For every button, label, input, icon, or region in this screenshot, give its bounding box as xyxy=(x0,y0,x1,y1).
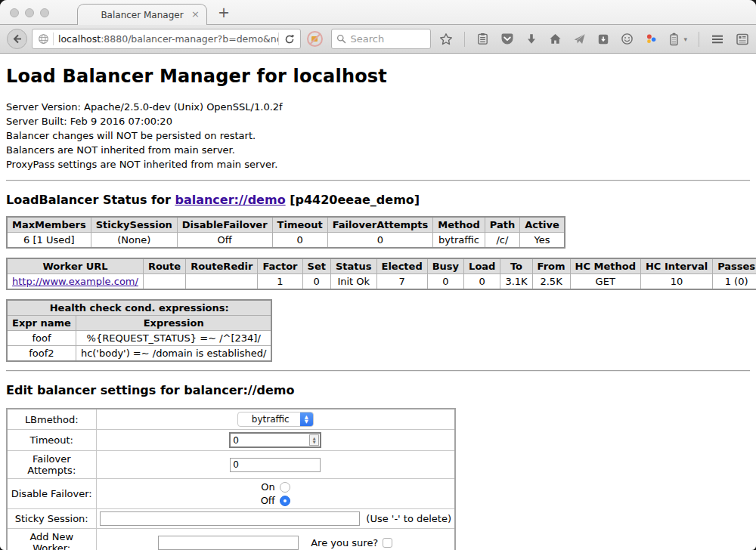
cell-elected: 7 xyxy=(376,274,427,290)
cell-to: 3.1K xyxy=(500,274,532,290)
browser-window: Balancer Manager × + localhost:8880/bala… xyxy=(0,0,756,550)
url-domain: localhost xyxy=(58,33,101,45)
are-you-sure-label: Are you sure? xyxy=(311,537,378,548)
battery-dropdown-caret-icon[interactable]: ▾ xyxy=(683,36,687,43)
col-status: Status xyxy=(330,258,376,274)
col-path: Path xyxy=(485,217,519,233)
hamburger-menu-icon[interactable] xyxy=(711,32,724,46)
cell-stickysession: (None) xyxy=(91,233,177,249)
cell-maxmembers: 6 [1 Used] xyxy=(7,233,91,249)
downloads-icon[interactable] xyxy=(525,33,538,45)
col-factor: Factor xyxy=(258,258,302,274)
server-built-line: Server Built: Feb 9 2016 07:00:20 xyxy=(6,114,750,128)
disable-failover-row: Disable Failover: On Off xyxy=(7,479,455,509)
col-active: Active xyxy=(520,217,565,233)
col-timeout: Timeout xyxy=(272,217,327,233)
colored-dots-extension-icon[interactable] xyxy=(645,32,658,45)
health-title-row: Health check cond. expressions: xyxy=(7,300,271,316)
toolbar-icons: ▾ xyxy=(439,32,749,47)
tab-close-icon[interactable]: × xyxy=(191,9,200,20)
failover-attempts-row: Failover Attempts: xyxy=(7,451,455,479)
page-title: Load Balancer Manager for localhost xyxy=(6,66,750,87)
are-you-sure-checkbox[interactable] xyxy=(383,538,392,548)
balancer-status-table: MaxMembers StickySession DisableFailover… xyxy=(6,216,565,249)
edit-balancer-heading: Edit balancer settings for balancer://de… xyxy=(6,383,750,397)
cell-busy: 0 xyxy=(427,274,463,290)
worker-header-row: Worker URL Route RouteRedir Factor Set S… xyxy=(7,258,756,274)
bookmarks-sidebar-icon[interactable] xyxy=(476,32,489,45)
health-row-foof: foof %{REQUEST_STATUS} =~ /^[234]/ xyxy=(7,331,271,346)
close-window-button[interactable] xyxy=(10,8,19,17)
tab-balancer-manager[interactable]: Balancer Manager × xyxy=(77,4,207,25)
url-text[interactable]: localhost:8880/balancer-manager?b=demo&n… xyxy=(54,33,278,45)
search-bar[interactable] xyxy=(331,29,431,49)
add-worker-input[interactable] xyxy=(158,536,299,550)
reload-button[interactable] xyxy=(279,34,300,45)
tiles-page-icon[interactable] xyxy=(736,32,749,46)
cell-set: 0 xyxy=(302,274,330,290)
home-icon[interactable] xyxy=(549,32,562,45)
health-header-row: Expr name Expression xyxy=(7,316,271,331)
cell-factor: 1 xyxy=(258,274,302,290)
bookmark-star-icon[interactable] xyxy=(439,32,453,46)
pocket-icon[interactable] xyxy=(500,32,514,46)
radio-off-label: Off xyxy=(261,495,275,506)
cell-disablefailover: Off xyxy=(177,233,272,249)
radio-off[interactable] xyxy=(280,496,290,506)
col-set: Set xyxy=(302,258,330,274)
number-spinner-icon[interactable]: ▲▼ xyxy=(309,434,319,446)
inherit-notice-line: Balancers are NOT inherited from main se… xyxy=(6,143,750,157)
tab-bar: Balancer Manager × + xyxy=(0,0,756,25)
col-disablefailover: DisableFailover xyxy=(177,217,272,233)
health-table-title: Health check cond. expressions: xyxy=(7,300,271,316)
lbmethod-select[interactable]: bytraffic ▲▼ xyxy=(237,412,314,427)
sticky-session-row: Sticky Session: (Use '-' to delete) xyxy=(7,509,455,529)
balancer-demo-link[interactable]: balancer://demo xyxy=(175,193,285,207)
url-bar[interactable]: localhost:8880/balancer-manager?b=demo&n… xyxy=(32,29,301,49)
failover-attempts-input[interactable] xyxy=(230,458,321,472)
radio-on[interactable] xyxy=(280,482,290,493)
edit-balancer-form: LBmethod: bytraffic ▲▼ Timeout: ▲▼ xyxy=(6,408,456,550)
page-content: Load Balancer Manager for localhost Serv… xyxy=(0,54,756,550)
timeout-input[interactable] xyxy=(231,435,309,446)
navigation-toolbar: localhost:8880/balancer-manager?b=demo&n… xyxy=(0,25,756,54)
sticky-session-input[interactable] xyxy=(100,511,361,526)
search-input[interactable] xyxy=(350,33,426,45)
cell-expression-2: hc('body') =~ /domain is established/ xyxy=(76,346,271,362)
lbmethod-row: LBmethod: bytraffic ▲▼ xyxy=(7,409,455,430)
timeout-row: Timeout: ▲▼ xyxy=(7,430,455,451)
cell-passes: 1 (0) xyxy=(713,274,756,290)
divider-2 xyxy=(6,370,750,372)
health-check-table: Health check cond. expressions: Expr nam… xyxy=(6,299,272,362)
persist-notice-line: Balancer changes will NOT be persisted o… xyxy=(6,128,750,143)
window-controls xyxy=(10,8,49,17)
minimize-window-button[interactable] xyxy=(25,8,34,17)
disable-failover-radio-group: On Off xyxy=(261,481,290,506)
back-button[interactable] xyxy=(7,29,27,49)
col-busy: Busy xyxy=(427,258,463,274)
server-version-line: Server Version: Apache/2.5.0-dev (Unix) … xyxy=(6,100,750,114)
col-stickysession: StickySession xyxy=(91,217,177,233)
forecastfox-smiley-icon[interactable] xyxy=(621,32,634,45)
col-maxmembers: MaxMembers xyxy=(7,217,91,233)
timeout-label: Timeout: xyxy=(7,430,96,451)
back-arrow-icon xyxy=(11,33,23,45)
send-tab-icon[interactable] xyxy=(573,32,586,45)
cell-hc-method: GET xyxy=(570,274,640,290)
status-heading-suffix: [p4420eeae_demo] xyxy=(286,193,420,207)
col-expression: Expression xyxy=(76,316,271,331)
select-stepper-icon: ▲▼ xyxy=(300,412,313,427)
cell-status: Init Ok xyxy=(330,274,376,290)
toolbar-divider2 xyxy=(699,32,699,47)
battery-status-icon[interactable] xyxy=(669,32,679,46)
worker-url-link[interactable]: http://www.example.com/ xyxy=(12,276,138,287)
sticky-session-label: Sticky Session: xyxy=(7,509,96,529)
col-load: Load xyxy=(464,258,500,274)
extension-download-icon[interactable] xyxy=(597,33,609,45)
col-failoverattempts: FailoverAttempts xyxy=(327,217,433,233)
worker-data-row: http://www.example.com/ 1 0 Init Ok 7 0 … xyxy=(7,274,756,290)
zoom-window-button[interactable] xyxy=(40,8,49,17)
new-tab-button[interactable]: + xyxy=(218,4,230,20)
content-blocked-icon[interactable] xyxy=(307,31,323,47)
col-elected: Elected xyxy=(376,258,427,274)
